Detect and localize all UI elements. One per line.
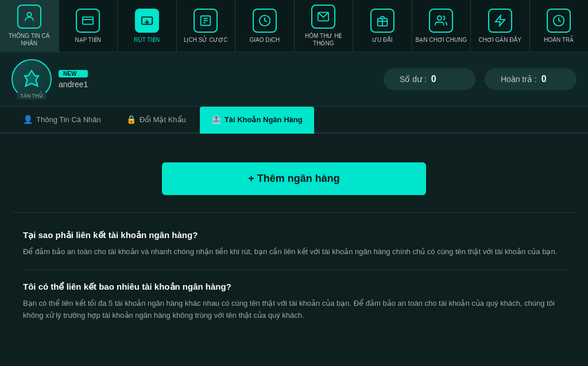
faq-item-2: Tôi có thể liên kết bao nhiêu tài khoản …	[23, 270, 565, 333]
tab-ngan-hang-label: Tài Khoản Ngân Hàng	[225, 115, 303, 124]
faq-question-2: Tôi có thể liên kết bao nhiêu tài khoản …	[23, 282, 565, 292]
faq-answer-2: Bạn có thể liên kết tối đa 5 tài khoản n…	[23, 298, 565, 322]
add-bank-section: + Thêm ngân hàng	[11, 151, 577, 212]
tab-user-icon: 👤	[23, 115, 33, 124]
gift-icon	[370, 9, 394, 33]
hoantra-value: 0	[541, 74, 547, 84]
faq-answer-1: Để đảm bảo an toàn cho tài khoản và nhan…	[23, 246, 565, 258]
history-icon	[194, 9, 218, 33]
nav-label-rut-tien: RÚT TIỀN	[134, 36, 160, 44]
withdraw-icon	[135, 9, 159, 33]
new-badge: NEW	[59, 70, 88, 77]
main-content: + Thêm ngân hàng Tại sao phải liên kết t…	[0, 134, 588, 361]
nav-item-giao-dich[interactable]: GIAO DỊCH	[235, 0, 295, 52]
nav-item-lich-su-cuoc[interactable]: LỊCH SỬ CƯỢC	[177, 0, 236, 52]
mail-icon	[311, 5, 335, 29]
svg-marker-16	[496, 15, 505, 25]
nav-label-choi-gan-day: CHƠI GẦN ĐÂY	[479, 36, 521, 44]
add-bank-button[interactable]: + Thêm ngân hàng	[162, 162, 426, 195]
profile-info: NEW andree1	[59, 70, 88, 89]
svg-point-15	[438, 15, 442, 20]
hoantra-label: Hoàn trả :	[501, 75, 537, 84]
nav-label-nap-tien: NẠP TIỀN	[75, 36, 101, 44]
nav-item-ban-choi-chung[interactable]: BẠN CHƠI CHUNG	[412, 0, 471, 52]
hoantra-box: Hoàn trả : 0	[485, 68, 577, 90]
nav-item-uu-dai[interactable]: ƯU ĐÃI	[353, 0, 412, 52]
deposit-icon	[76, 9, 100, 33]
nav-item-rut-tien[interactable]: RÚT TIỀN	[118, 0, 177, 52]
faq-section: Tại sao phải liên kết tài khoản ngân hàn…	[11, 212, 577, 344]
recent-icon	[488, 9, 512, 33]
nav-item-hoan-tra[interactable]: HOÀN TRẢ	[530, 0, 589, 52]
rebate-icon	[547, 9, 571, 33]
transaction-icon	[253, 9, 277, 33]
avatar-icon	[21, 69, 42, 89]
nav-label-giao-dich: GIAO DỊCH	[250, 36, 280, 44]
balance-box: Số dư : 0	[384, 68, 475, 90]
nav-label-uu-dai: ƯU ĐÃI	[372, 36, 393, 44]
svg-rect-1	[83, 17, 93, 24]
tabs-bar: 👤 Thông Tin Cá Nhân 🔒 Đổi Mật Khẩu 🏦 Tài…	[0, 107, 588, 134]
tab-tai-khoan-ngan-hang[interactable]: 🏦 Tài Khoản Ngân Hàng	[200, 107, 314, 134]
username-label: andree1	[59, 80, 88, 89]
profile-bar: TÂN THỦ NEW andree1 Số dư : 0 Hoàn trả :…	[0, 52, 588, 107]
balance-value: 0	[431, 74, 436, 84]
nav-label-hoan-tra: HOÀN TRẢ	[544, 36, 574, 44]
nav-item-nap-tien[interactable]: NẠP TIỀN	[59, 0, 118, 52]
nav-item-thong-tin-ca-nhan[interactable]: THÔNG TIN CÁ NHÂN	[0, 0, 59, 52]
nav-item-hom-thu[interactable]: HÒM THƯ HỆ THỐNG	[295, 0, 354, 52]
faq-question-1: Tại sao phải liên kết tài khoản ngân hàn…	[23, 230, 565, 240]
nav-label-hom-thu: HÒM THƯ HỆ THỐNG	[297, 32, 351, 47]
profile-stats: Số dư : 0 Hoàn trả : 0	[384, 68, 577, 90]
friends-icon	[429, 9, 453, 33]
avatar: TÂN THỦ	[11, 59, 52, 99]
tab-bank-icon: 🏦	[211, 115, 221, 124]
tab-doi-mat-khau-label: Đổi Mật Khẩu	[140, 115, 186, 124]
user-icon	[17, 5, 41, 29]
tab-doi-mat-khau[interactable]: 🔒 Đổi Mật Khẩu	[115, 107, 198, 134]
nav-item-choi-gan-day[interactable]: CHƠI GẦN ĐÂY	[471, 0, 530, 52]
svg-point-0	[27, 13, 31, 17]
nav-label-lich-su: LỊCH SỬ CƯỢC	[184, 36, 228, 44]
nav-label-thong-tin: THÔNG TIN CÁ NHÂN	[2, 32, 56, 47]
balance-label: Số dư :	[400, 75, 427, 84]
top-navigation: THÔNG TIN CÁ NHÂN NẠP TIỀN RÚT TIỀN LỊCH…	[0, 0, 588, 52]
rank-badge: TÂN THỦ	[17, 92, 46, 99]
tab-thong-tin-label: Thông Tin Cá Nhân	[36, 115, 101, 124]
tab-lock-icon: 🔒	[126, 115, 136, 124]
faq-item-1: Tại sao phải liên kết tài khoản ngân hàn…	[23, 219, 565, 270]
nav-label-ban-choi: BẠN CHƠI CHUNG	[416, 36, 467, 44]
tab-thong-tin[interactable]: 👤 Thông Tin Cá Nhân	[11, 107, 113, 134]
